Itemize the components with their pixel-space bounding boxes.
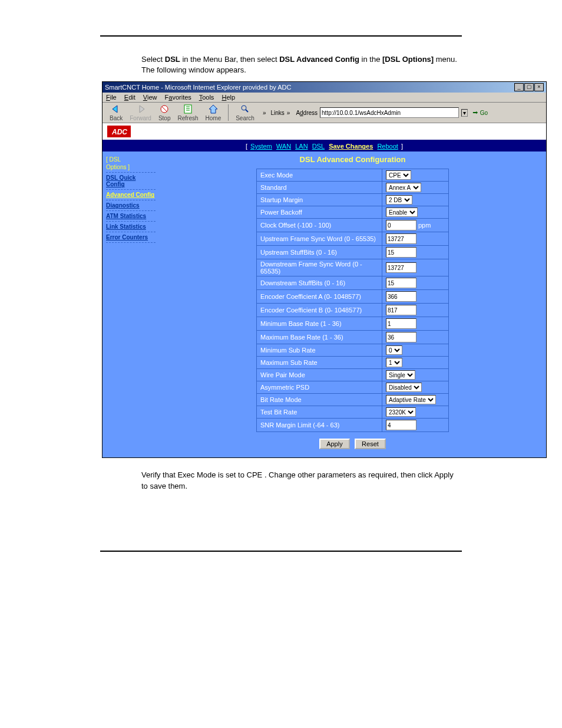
config-input[interactable] <box>386 220 416 230</box>
menu-edit[interactable]: Edit <box>124 94 135 101</box>
apply-button[interactable]: Apply <box>319 439 350 449</box>
config-row: Upstream Frame Sync Word (0 - 65535) <box>257 232 449 246</box>
sidebar-item-link-stats[interactable]: Link Statistics <box>106 223 156 230</box>
nav-system[interactable]: System <box>250 143 272 150</box>
config-select[interactable]: 2 DB <box>386 195 412 205</box>
nav-lan[interactable]: LAN <box>295 143 308 150</box>
sidebar: [ DSL Options ] DSL Quick Config Advance… <box>103 151 159 249</box>
config-input[interactable] <box>386 262 416 273</box>
reset-button[interactable]: Reset <box>355 439 386 449</box>
config-select[interactable]: 0 <box>386 345 402 355</box>
config-label: Exec Mode <box>257 169 382 182</box>
config-row: Exec ModeCPE <box>257 169 449 182</box>
browser-toolbar: Back Forward Stop Refresh Home Search <box>103 103 546 123</box>
config-value-cell: Annex A <box>382 182 449 194</box>
back-button[interactable]: Back <box>110 104 123 121</box>
config-select[interactable]: 2320K <box>386 407 416 417</box>
config-input[interactable] <box>386 247 416 258</box>
config-row: Startup Margin2 DB <box>257 194 449 206</box>
config-row: Wire Pair ModeSingle <box>257 369 449 381</box>
config-select[interactable]: Single <box>386 370 415 380</box>
config-select[interactable]: Disabled <box>386 383 422 392</box>
config-row: Maximum Sub Rate1 <box>257 357 449 369</box>
config-value-cell <box>382 331 449 344</box>
search-icon <box>239 104 251 114</box>
config-value-cell <box>382 290 449 304</box>
config-value-cell: ppm <box>382 219 449 232</box>
config-row: Encoder Coefficient A (0- 1048577) <box>257 290 449 304</box>
config-value-cell <box>382 259 449 276</box>
config-input[interactable] <box>386 278 416 288</box>
sidebar-item-error-counters[interactable]: Error Counters <box>106 234 156 241</box>
minimize-icon[interactable]: _ <box>514 83 524 91</box>
config-row: Bit Rate ModeAdaptive Rate <box>257 394 449 406</box>
menu-view[interactable]: View <box>143 94 157 101</box>
sidebar-item-diagnostics[interactable]: Diagnostics <box>106 202 156 209</box>
close-icon[interactable]: × <box>534 83 544 91</box>
config-input[interactable] <box>386 420 416 430</box>
sidebar-item-quick-config[interactable]: DSL Quick Config <box>106 174 156 187</box>
config-table: Exec ModeCPEStandardAnnex AStartup Margi… <box>256 169 449 432</box>
address-input[interactable] <box>320 107 459 118</box>
nav-wan[interactable]: WAN <box>276 143 291 150</box>
stop-button[interactable]: Stop <box>158 104 171 121</box>
config-row: Encoder Coefficient B (0- 1048577) <box>257 304 449 317</box>
config-input[interactable] <box>386 318 416 329</box>
config-value-cell <box>382 419 449 432</box>
config-row: Power BackoffEnable <box>257 206 449 219</box>
go-button[interactable]: ⮕ Go <box>472 110 488 116</box>
config-value-cell: 2 DB <box>382 194 449 206</box>
config-select[interactable]: Annex A <box>386 183 421 192</box>
config-label: Power Backoff <box>257 206 382 219</box>
config-label: Minimum Base Rate (1 - 36) <box>257 317 382 331</box>
config-input[interactable] <box>386 291 416 302</box>
browser-window: SmartCNCT Home - Microsoft Internet Expl… <box>102 81 547 458</box>
address-dropdown-icon[interactable]: ▾ <box>461 109 468 117</box>
config-value-cell: Adaptive Rate <box>382 394 449 406</box>
top-rule <box>100 35 462 37</box>
links-label[interactable]: Links <box>270 110 284 116</box>
intro-dsl: DSL <box>165 55 180 64</box>
nav-save-changes[interactable]: Save Changes <box>329 143 373 150</box>
config-value-cell: Disabled <box>382 381 449 394</box>
forward-icon <box>135 104 147 114</box>
config-input[interactable] <box>386 233 416 244</box>
config-select[interactable]: 1 <box>386 358 402 367</box>
menu-help[interactable]: Help <box>222 94 235 101</box>
intro-t3: in the <box>362 55 382 64</box>
config-select[interactable]: CPE <box>386 170 411 180</box>
content-area: [ DSL Options ] DSL Quick Config Advance… <box>103 151 546 457</box>
sidebar-hdr2: Options ] <box>106 164 156 170</box>
config-label: Startup Margin <box>257 194 382 206</box>
nav-dsl[interactable]: DSL <box>312 143 325 150</box>
intro-dsl-adv: DSL Advanced Config <box>279 55 359 64</box>
config-input[interactable] <box>386 305 416 315</box>
search-button[interactable]: Search <box>236 104 254 121</box>
sidebar-item-atm-stats[interactable]: ATM Statistics <box>106 213 156 219</box>
closing-cpe: CPE <box>247 470 263 479</box>
config-select[interactable]: Adaptive Rate <box>386 395 436 404</box>
page-title: DSL Advanced Configuration <box>159 155 546 164</box>
menu-fav[interactable]: Favorites <box>165 94 191 101</box>
config-label: Upstream StuffBits (0 - 16) <box>257 246 382 259</box>
window-titlebar: SmartCNCT Home - Microsoft Internet Expl… <box>103 82 546 93</box>
config-input[interactable] <box>386 332 416 342</box>
address-label: Address <box>296 110 318 116</box>
home-button[interactable]: Home <box>206 104 222 121</box>
config-label: Encoder Coefficient A (0- 1048577) <box>257 290 382 304</box>
config-select[interactable]: Enable <box>386 207 418 217</box>
sidebar-item-advanced-config[interactable]: Advanced Config <box>106 192 156 198</box>
refresh-button[interactable]: Refresh <box>178 104 199 121</box>
nav-reboot[interactable]: Reboot <box>377 143 398 150</box>
menu-tools[interactable]: Tools <box>199 94 214 101</box>
toolbar-sep <box>228 104 229 121</box>
main-panel: DSL Advanced Configuration Exec ModeCPES… <box>159 151 546 457</box>
config-value-cell <box>382 276 449 290</box>
closing-execmode: Exec Mode <box>177 470 216 479</box>
config-label: Maximum Base Rate (1 - 36) <box>257 331 382 344</box>
menu-file[interactable]: FFileile <box>106 94 117 101</box>
config-label: Wire Pair Mode <box>257 369 382 381</box>
maximize-icon[interactable]: ▢ <box>524 83 534 91</box>
config-row: Clock Offset (-100 - 100)ppm <box>257 219 449 232</box>
config-row: SNR Margin Limit (-64 - 63) <box>257 419 449 432</box>
